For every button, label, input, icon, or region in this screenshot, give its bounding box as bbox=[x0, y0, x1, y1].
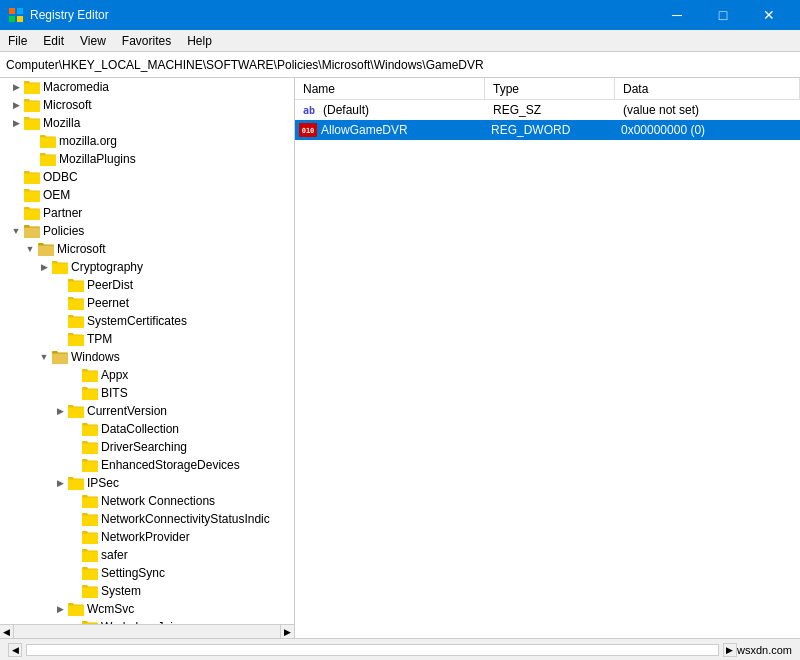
tree-scroll-left[interactable]: ◀ bbox=[0, 625, 14, 639]
expand-windows[interactable] bbox=[36, 349, 52, 365]
tree-label-peerdist: PeerDist bbox=[87, 278, 133, 292]
registry-entry-default[interactable]: ab (Default) REG_SZ (value not set) bbox=[295, 100, 800, 120]
tree-item-wcmsvc[interactable]: WcmSvc bbox=[0, 600, 294, 618]
tree-label-windows: Windows bbox=[71, 350, 120, 364]
folder-icon-cryptography bbox=[52, 260, 68, 274]
folder-icon-driversearching bbox=[82, 440, 98, 454]
address-path[interactable]: Computer\HKEY_LOCAL_MACHINE\SOFTWARE\Pol… bbox=[6, 58, 484, 72]
tree-item-datacollection[interactable]: DataCollection bbox=[0, 420, 294, 438]
folder-icon-tpm bbox=[68, 332, 84, 346]
tree-item-enhancedstorage[interactable]: EnhancedStorageDevices bbox=[0, 456, 294, 474]
tree-item-safer[interactable]: safer bbox=[0, 546, 294, 564]
tree-label-networkconnections: Network Connections bbox=[101, 494, 215, 508]
menu-file[interactable]: File bbox=[0, 32, 35, 50]
minimize-button[interactable]: ─ bbox=[654, 0, 700, 30]
expand-bits bbox=[66, 385, 82, 401]
expand-cryptography[interactable] bbox=[36, 259, 52, 275]
tree-label-networkprovider: NetworkProvider bbox=[101, 530, 190, 544]
folder-icon-wcmsvc bbox=[68, 602, 84, 616]
tree-item-peernet[interactable]: Peernet bbox=[0, 294, 294, 312]
address-bar: Computer\HKEY_LOCAL_MACHINE\SOFTWARE\Pol… bbox=[0, 52, 800, 78]
hscroll-left-btn[interactable]: ◀ bbox=[8, 643, 22, 657]
tree-item-oem[interactable]: OEM bbox=[0, 186, 294, 204]
tree-item-mozillaorg[interactable]: mozilla.org bbox=[0, 132, 294, 150]
expand-tpm bbox=[52, 331, 68, 347]
tree-label-bits: BITS bbox=[101, 386, 128, 400]
expand-currentversion[interactable] bbox=[52, 403, 68, 419]
folder-icon-mozillaplugins bbox=[40, 152, 56, 166]
tree-item-macromedia[interactable]: Macromedia bbox=[0, 78, 294, 96]
entry-data-default: (value not set) bbox=[619, 103, 800, 117]
window-title: Registry Editor bbox=[30, 8, 109, 22]
hscroll-right-btn[interactable]: ▶ bbox=[723, 643, 737, 657]
tree-item-currentversion[interactable]: CurrentVersion bbox=[0, 402, 294, 420]
tree-label-mozillaplugins: MozillaPlugins bbox=[59, 152, 136, 166]
folder-icon-mozillaorg bbox=[40, 134, 56, 148]
maximize-button[interactable]: □ bbox=[700, 0, 746, 30]
tree-scroll[interactable]: Macromedia Microsoft Mozilla mozilla.org bbox=[0, 78, 294, 624]
col-header-data[interactable]: Data bbox=[615, 78, 800, 99]
entry-data-allowgamedvr: 0x00000000 (0) bbox=[617, 123, 800, 137]
expand-mozilla[interactable] bbox=[8, 115, 24, 131]
watermark: wsxdn.com bbox=[737, 644, 792, 656]
tree-scroll-right[interactable]: ▶ bbox=[280, 625, 294, 639]
tree-item-policies[interactable]: Policies bbox=[0, 222, 294, 240]
tree-item-microsoft-root[interactable]: Microsoft bbox=[0, 96, 294, 114]
folder-icon-macromedia bbox=[24, 80, 40, 94]
tree-item-networkconnstatus[interactable]: NetworkConnectivityStatusIndic bbox=[0, 510, 294, 528]
expand-macromedia[interactable] bbox=[8, 79, 24, 95]
tree-item-odbc[interactable]: ODBC bbox=[0, 168, 294, 186]
tree-item-tpm[interactable]: TPM bbox=[0, 330, 294, 348]
tree-item-cryptography[interactable]: Cryptography bbox=[0, 258, 294, 276]
close-button[interactable]: ✕ bbox=[746, 0, 792, 30]
expand-peerdist bbox=[52, 277, 68, 293]
expand-policies[interactable] bbox=[8, 223, 24, 239]
menu-edit[interactable]: Edit bbox=[35, 32, 72, 50]
tree-item-mozilla[interactable]: Mozilla bbox=[0, 114, 294, 132]
entry-name-allowgamedvr: AllowGameDVR bbox=[317, 123, 487, 137]
menu-help[interactable]: Help bbox=[179, 32, 220, 50]
expand-wcmsvc[interactable] bbox=[52, 601, 68, 617]
folder-icon-policies bbox=[24, 224, 40, 238]
tree-label-mozilla: Mozilla bbox=[43, 116, 80, 130]
tree-label-wcmsvc: WcmSvc bbox=[87, 602, 134, 616]
horizontal-scrollbar[interactable] bbox=[26, 644, 719, 656]
title-bar: Registry Editor ─ □ ✕ bbox=[0, 0, 800, 30]
main-content: Macromedia Microsoft Mozilla mozilla.org bbox=[0, 78, 800, 638]
title-bar-left: Registry Editor bbox=[8, 7, 109, 23]
tree-item-microsoft-policies[interactable]: Microsoft bbox=[0, 240, 294, 258]
tree-item-systemcerts[interactable]: SystemCertificates bbox=[0, 312, 294, 330]
tree-panel: Macromedia Microsoft Mozilla mozilla.org bbox=[0, 78, 295, 638]
tree-label-settingsync: SettingSync bbox=[101, 566, 165, 580]
expand-networkconnections bbox=[66, 493, 82, 509]
tree-item-appx[interactable]: Appx bbox=[0, 366, 294, 384]
tree-item-system[interactable]: System bbox=[0, 582, 294, 600]
expand-safer bbox=[66, 547, 82, 563]
tree-item-networkprovider[interactable]: NetworkProvider bbox=[0, 528, 294, 546]
tree-label-oem: OEM bbox=[43, 188, 70, 202]
tree-item-peerdist[interactable]: PeerDist bbox=[0, 276, 294, 294]
col-header-name[interactable]: Name bbox=[295, 78, 485, 99]
tree-item-networkconnections[interactable]: Network Connections bbox=[0, 492, 294, 510]
expand-microsoft-root[interactable] bbox=[8, 97, 24, 113]
tree-item-mozillaplugins[interactable]: MozillaPlugins bbox=[0, 150, 294, 168]
tree-item-settingsync[interactable]: SettingSync bbox=[0, 564, 294, 582]
menu-view[interactable]: View bbox=[72, 32, 114, 50]
tree-item-bits[interactable]: BITS bbox=[0, 384, 294, 402]
tree-label-policies: Policies bbox=[43, 224, 84, 238]
expand-microsoft-policies[interactable] bbox=[22, 241, 38, 257]
tree-item-partner[interactable]: Partner bbox=[0, 204, 294, 222]
registry-entry-allowgamedvr[interactable]: 010 AllowGameDVR REG_DWORD 0x00000000 (0… bbox=[295, 120, 800, 140]
expand-partner bbox=[8, 205, 24, 221]
col-header-type[interactable]: Type bbox=[485, 78, 615, 99]
svg-text:010: 010 bbox=[302, 127, 315, 135]
tree-item-driversearching[interactable]: DriverSearching bbox=[0, 438, 294, 456]
tree-label-datacollection: DataCollection bbox=[101, 422, 179, 436]
folder-icon-enhancedstorage bbox=[82, 458, 98, 472]
tree-label-system: System bbox=[101, 584, 141, 598]
tree-item-windows[interactable]: Windows bbox=[0, 348, 294, 366]
expand-ipsec[interactable] bbox=[52, 475, 68, 491]
tree-item-ipsec[interactable]: IPSec bbox=[0, 474, 294, 492]
entry-type-default: REG_SZ bbox=[489, 103, 619, 117]
menu-favorites[interactable]: Favorites bbox=[114, 32, 179, 50]
